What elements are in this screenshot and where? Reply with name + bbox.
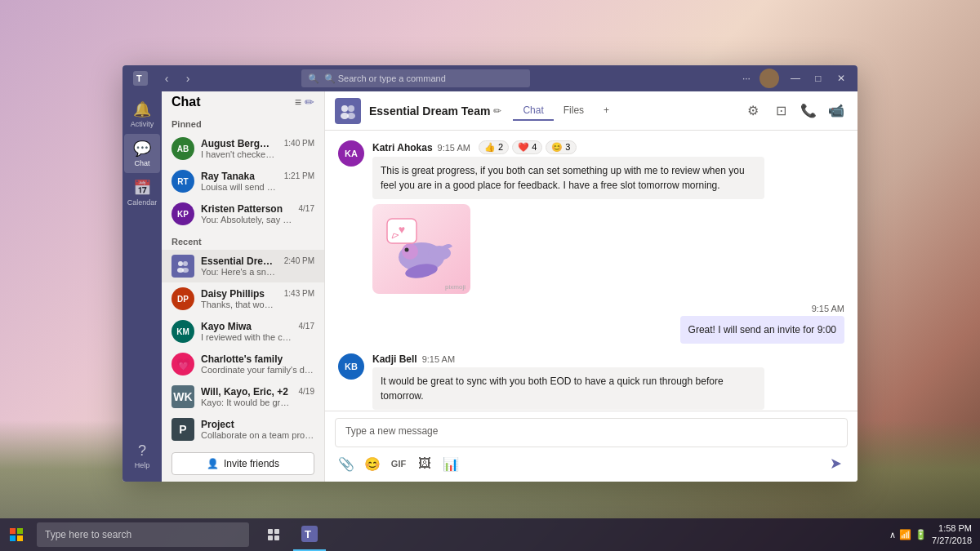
- search-bar[interactable]: 🔍 🔍 Search or type a command: [301, 69, 530, 87]
- help-icon: ?: [138, 442, 146, 460]
- chat-time-will: 4/19: [299, 387, 314, 396]
- taskbar-icons: T: [257, 518, 326, 551]
- chat-item-charlotte[interactable]: 💗 Charlotte's family Coordinate your fam…: [162, 348, 324, 380]
- back-button[interactable]: ‹: [157, 69, 176, 88]
- grid-button[interactable]: ⊡: [769, 100, 792, 122]
- tab-add[interactable]: +: [594, 101, 619, 121]
- nav-item-chat[interactable]: 💬 Chat: [124, 134, 160, 173]
- chat-item-ray[interactable]: RT Ray Tanaka Louisa will send the birth…: [162, 165, 324, 198]
- send-button[interactable]: [825, 452, 848, 475]
- chat-preview-kayo: I reviewed with the client on Tuesda...: [201, 332, 292, 342]
- more-options-button[interactable]: ···: [737, 69, 756, 88]
- msg-bubble-katri: This is great progress, if you both can …: [372, 157, 764, 199]
- filter-button[interactable]: ≡: [295, 96, 301, 109]
- chat-name-kristen: Kristen Patterson: [201, 203, 292, 215]
- svg-rect-23: [268, 535, 273, 540]
- close-button[interactable]: ✕: [831, 69, 851, 88]
- taskbar-right: ∧ 📶 🔋 1:58 PM 7/27/2018: [889, 522, 980, 548]
- msg-bubble-you-1: Great! I will send an invite for 9:00: [680, 316, 844, 344]
- nav-item-activity[interactable]: 🔔 Activity: [124, 95, 160, 134]
- image-button[interactable]: 🖼: [413, 452, 436, 475]
- chat-time-daisy: 1:43 PM: [284, 289, 314, 298]
- tab-chat[interactable]: Chat: [513, 101, 553, 121]
- chat-item-essential[interactable]: Essential Dream Team You: Here's a sneak…: [162, 250, 324, 282]
- teams-taskbar-icon[interactable]: T: [293, 518, 326, 551]
- chat-name-charlotte: Charlotte's family: [201, 353, 314, 365]
- invite-label: Invite friends: [224, 458, 279, 469]
- video-button[interactable]: 📹: [825, 100, 848, 122]
- avatar-will: WK: [172, 385, 194, 408]
- nav-buttons: ‹ ›: [157, 69, 198, 88]
- avatar-kadji: KB: [338, 353, 364, 380]
- chat-item-will[interactable]: WK Will, Kayo, Eric, +2 Kayo: It would b…: [162, 380, 324, 413]
- chat-time-ray: 1:21 PM: [284, 171, 314, 180]
- chat-main: Essential Dream Team ✏ Chat Files + ⚙ ⊡ …: [325, 91, 858, 482]
- emoji-button[interactable]: 😊: [361, 452, 384, 475]
- chat-preview-ray: Louisa will send the birthday card: [201, 182, 278, 192]
- nav-rail: 🔔 Activity 💬 Chat 📅 Calendar ? Help: [122, 91, 162, 482]
- tab-files[interactable]: Files: [554, 101, 594, 121]
- avatar-charlotte: 💗: [172, 353, 194, 375]
- chat-icon: 💬: [133, 140, 151, 158]
- help-label: Help: [135, 461, 150, 469]
- reaction-heart[interactable]: ❤️ 4: [512, 140, 542, 154]
- chat-name-daisy: Daisy Phillips: [201, 288, 278, 300]
- reaction-smile[interactable]: 😊 3: [546, 140, 576, 154]
- svg-text:T: T: [136, 73, 142, 83]
- chat-panel-title: Chat: [172, 95, 201, 109]
- chat-info-essential: Essential Dream Team You: Here's a sneak…: [201, 256, 278, 277]
- avatar-august: AB: [172, 137, 194, 160]
- forward-button[interactable]: ›: [178, 69, 198, 88]
- chat-header: Essential Dream Team ✏ Chat Files + ⚙ ⊡ …: [325, 91, 858, 131]
- chat-item-project[interactable]: P Project Collaborate on a team project: [162, 413, 324, 446]
- chat-item-kristen[interactable]: KP Kristen Patterson You: Absolutely, sa…: [162, 198, 324, 230]
- taskbar-search[interactable]: Type here to search: [37, 522, 249, 547]
- chat-item-august[interactable]: AB August Bergman I haven't checked avai…: [162, 132, 324, 165]
- system-tray: ∧ 📶 🔋: [889, 529, 927, 540]
- chat-panel: Chat ≡ ✏ Pinned AB August Bergman I have…: [162, 91, 325, 482]
- reaction-thumbs[interactable]: 👍 2: [479, 140, 509, 154]
- avatar-essential: [172, 255, 194, 278]
- gif-button[interactable]: GIF: [387, 452, 410, 475]
- attach-button[interactable]: 📎: [335, 452, 358, 475]
- call-button[interactable]: 📞: [797, 100, 820, 122]
- messages-area: KA Katri Ahokas 9:15 AM 👍 2 ❤️ 4 😊 3 Thi…: [325, 131, 858, 411]
- msg-content-kadji: Kadji Bell 9:15 AM It would be great to …: [372, 353, 764, 410]
- nav-item-help[interactable]: ? Help: [124, 436, 160, 475]
- edit-group-name-icon[interactable]: ✏: [493, 105, 501, 117]
- chat-info-project: Project Collaborate on a team project: [201, 419, 314, 440]
- chat-header-actions: ⚙ ⊡ 📞 📹: [742, 100, 848, 122]
- taskbar-search-text: Type here to search: [45, 529, 131, 540]
- user-avatar[interactable]: [760, 69, 779, 88]
- chat-panel-header: Chat ≡ ✏: [162, 91, 324, 113]
- settings-button[interactable]: ⚙: [742, 100, 764, 122]
- msg-sender-katri: Katri Ahokas: [372, 142, 433, 153]
- tray-up-arrow[interactable]: ∧: [889, 530, 896, 540]
- chat-item-kayo[interactable]: KM Kayo Miwa I reviewed with the client …: [162, 315, 324, 348]
- chat-name-august: August Bergman: [201, 138, 278, 149]
- chart-button[interactable]: 📊: [439, 452, 462, 475]
- right-bubble-wrap-1: 9:15 AM Great! I will send an invite for…: [680, 304, 844, 344]
- msg-reactions-katri: 👍 2 ❤️ 4 😊 3: [479, 140, 577, 154]
- taskbar-date-display: 7/27/2018: [932, 535, 972, 547]
- task-view-icon[interactable]: [257, 518, 290, 551]
- activity-label: Activity: [131, 120, 154, 128]
- chat-item-daisy[interactable]: DP Daisy Phillips Thanks, that would be …: [162, 282, 324, 315]
- compose-box[interactable]: Type a new message: [335, 418, 848, 447]
- taskbar-clock[interactable]: 1:58 PM 7/27/2018: [932, 522, 972, 548]
- nav-item-calendar[interactable]: 📅 Calendar: [124, 173, 160, 212]
- start-button[interactable]: [0, 518, 33, 551]
- chat-preview-daisy: Thanks, that would be nice.: [201, 300, 278, 309]
- maximize-button[interactable]: □: [808, 69, 828, 88]
- search-icon: 🔍: [308, 73, 319, 84]
- msg-bubble-kadji: It would be great to sync with you both …: [372, 367, 764, 410]
- title-bar: T ‹ › 🔍 🔍 Search or type a command ··· —…: [122, 65, 858, 91]
- compose-button[interactable]: ✏: [305, 96, 314, 109]
- svg-rect-17: [10, 528, 16, 534]
- chat-name-essential: Essential Dream Team: [201, 256, 278, 267]
- minimize-button[interactable]: —: [786, 69, 805, 88]
- msg-time-kadji: 9:15 AM: [422, 354, 455, 364]
- recent-label: Recent: [162, 230, 324, 250]
- chat-panel-actions: ≡ ✏: [295, 96, 314, 109]
- invite-friends-button[interactable]: 👤 Invite friends: [172, 452, 314, 475]
